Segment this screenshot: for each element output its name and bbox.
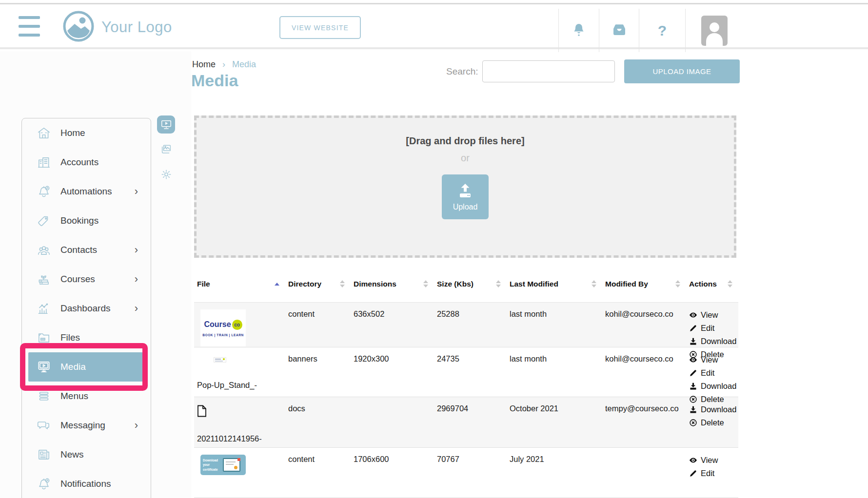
file-cell[interactable]: Download your certificate bbox=[194, 448, 285, 498]
delete-action[interactable]: Delete bbox=[689, 416, 735, 429]
courses-books-icon bbox=[37, 272, 51, 287]
logo[interactable]: Your Logo bbox=[62, 10, 172, 44]
sidebar-item-contacts[interactable]: Contacts › bbox=[22, 235, 151, 265]
breadcrumb-home-link[interactable]: Home bbox=[192, 59, 216, 70]
download-icon bbox=[689, 382, 697, 390]
search-input[interactable] bbox=[482, 60, 615, 82]
breadcrumb-separator-icon: › bbox=[222, 59, 225, 70]
download-icon bbox=[689, 337, 697, 345]
sort-asc-icon bbox=[275, 283, 279, 286]
size-cell: 2969704 bbox=[434, 397, 507, 447]
sidebar-item-home[interactable]: Home bbox=[22, 118, 151, 148]
column-header-size[interactable]: Size (Kbs) bbox=[434, 280, 507, 288]
page-title: Media bbox=[191, 71, 238, 90]
breadcrumb: Home › Media bbox=[192, 59, 256, 70]
download-action[interactable]: Download bbox=[689, 380, 735, 393]
sort-both-icon bbox=[592, 280, 596, 287]
media-manager-app: Your Logo VIEW WEBSITE ? bbox=[0, 0, 868, 498]
chevron-right-icon: › bbox=[135, 245, 138, 255]
media-table: File Directory Dimensions Size (Kbs) Las… bbox=[194, 266, 738, 498]
view-action[interactable]: View bbox=[689, 308, 735, 322]
chevron-right-icon: › bbox=[135, 420, 138, 431]
chevron-right-icon: › bbox=[135, 274, 138, 285]
pencil-icon bbox=[689, 324, 697, 332]
certificate-icon bbox=[223, 458, 240, 472]
dropzone-headline: [Drag and drop files here] bbox=[406, 135, 524, 147]
news-paper-icon bbox=[37, 447, 51, 462]
media-screen-icon bbox=[37, 360, 51, 374]
settings-gear-toolbar-icon[interactable] bbox=[157, 165, 175, 183]
view-website-button[interactable]: VIEW WEBSITE bbox=[279, 16, 361, 39]
download-icon bbox=[689, 405, 697, 414]
avatar bbox=[701, 16, 728, 46]
sidebar-item-courses[interactable]: Courses › bbox=[22, 265, 151, 294]
sidebar-item-messaging[interactable]: Messaging › bbox=[22, 411, 151, 440]
download-action[interactable]: Download bbox=[689, 403, 735, 416]
file-thumbnail-courseco: Courseco BOOK | TRAIN | LEARN bbox=[200, 309, 246, 346]
search-area: Search: bbox=[446, 60, 615, 82]
column-header-last-modified[interactable]: Last Modified bbox=[507, 280, 602, 288]
view-action[interactable]: View bbox=[689, 454, 735, 467]
sidebar-item-media[interactable]: Media bbox=[28, 352, 144, 382]
modified-by-cell: tempy@courseco.co bbox=[602, 397, 686, 447]
pencil-icon bbox=[689, 369, 697, 377]
dimensions-cell bbox=[351, 397, 434, 447]
tag-icon bbox=[37, 213, 51, 228]
column-header-dimensions[interactable]: Dimensions bbox=[351, 280, 434, 288]
notifications-header-cell[interactable] bbox=[558, 9, 599, 52]
dimensions-cell: 1706x600 bbox=[351, 448, 434, 498]
file-name: Pop-Up_Stand_- bbox=[197, 381, 282, 390]
upload-button[interactable]: Upload bbox=[442, 174, 489, 219]
chevron-right-icon: › bbox=[135, 186, 138, 197]
breadcrumb-current: Media bbox=[232, 59, 256, 70]
edit-action[interactable]: Edit bbox=[689, 467, 735, 480]
upload-image-button[interactable]: UPLOAD IMAGE bbox=[624, 59, 740, 83]
view-action[interactable]: View bbox=[689, 353, 735, 366]
inbox-header-cell[interactable] bbox=[599, 9, 639, 52]
table-row: Courseco BOOK | TRAIN | LEARN content 63… bbox=[194, 303, 738, 347]
image-library-toolbar-icon[interactable] bbox=[157, 140, 175, 158]
actions-cell: Download Delete bbox=[686, 397, 738, 447]
image-logo-icon bbox=[62, 10, 95, 44]
sidebar-item-news[interactable]: News bbox=[22, 440, 151, 469]
edit-action[interactable]: Edit bbox=[689, 322, 735, 335]
file-thumbnail-certificate: Download your certificate bbox=[200, 455, 246, 475]
sidebar-item-files[interactable]: Files bbox=[22, 323, 151, 352]
inbox-tray-icon bbox=[612, 23, 627, 38]
download-action[interactable]: Download bbox=[689, 335, 735, 348]
column-header-directory[interactable]: Directory bbox=[285, 280, 351, 288]
sidebar-item-accounts[interactable]: Accounts bbox=[22, 148, 151, 177]
column-header-modified-by[interactable]: Modified By bbox=[602, 280, 686, 288]
automation-bell-icon bbox=[37, 184, 51, 199]
sidebar: Home Accounts Automations › Bookings bbox=[21, 118, 151, 498]
last-modified-cell: October 2021 bbox=[507, 397, 602, 447]
delete-circle-x-icon bbox=[689, 419, 697, 427]
sidebar-item-bookings[interactable]: Bookings bbox=[22, 206, 151, 235]
help-header-cell[interactable]: ? bbox=[639, 9, 685, 52]
file-cell[interactable]: 20211012141956- bbox=[194, 397, 285, 447]
sidebar-item-menus[interactable]: Menus bbox=[22, 382, 151, 411]
eye-icon bbox=[689, 356, 697, 364]
left-zone: Home Accounts Automations › Bookings bbox=[0, 51, 191, 498]
column-header-actions[interactable]: Actions bbox=[686, 280, 738, 288]
sidebar-item-dashboards[interactable]: Dashboards › bbox=[22, 294, 151, 323]
dropzone-or-text: or bbox=[461, 153, 470, 164]
edit-action[interactable]: Edit bbox=[689, 366, 735, 380]
sidebar-item-notifications[interactable]: Notifications bbox=[22, 469, 151, 498]
table-header-row: File Directory Dimensions Size (Kbs) Las… bbox=[194, 266, 738, 303]
home-icon bbox=[37, 126, 51, 140]
sort-both-icon bbox=[675, 280, 680, 287]
dashboards-chart-icon bbox=[37, 301, 51, 316]
hamburger-menu-icon[interactable] bbox=[19, 16, 40, 37]
profile-header-cell[interactable] bbox=[685, 9, 868, 52]
last-modified-cell: July 2021 bbox=[507, 448, 602, 498]
drag-drop-zone[interactable]: [Drag and drop files here] or Upload bbox=[194, 115, 736, 258]
pencil-icon bbox=[689, 469, 697, 478]
media-screen-toolbar-icon[interactable] bbox=[157, 115, 175, 134]
column-header-file[interactable]: File bbox=[194, 280, 285, 288]
messaging-chat-icon bbox=[37, 418, 51, 433]
directory-cell: content bbox=[285, 448, 351, 498]
sidebar-item-automations[interactable]: Automations › bbox=[22, 177, 151, 206]
top-bar: Your Logo VIEW WEBSITE ? bbox=[0, 3, 868, 49]
files-folder-icon bbox=[37, 330, 51, 345]
